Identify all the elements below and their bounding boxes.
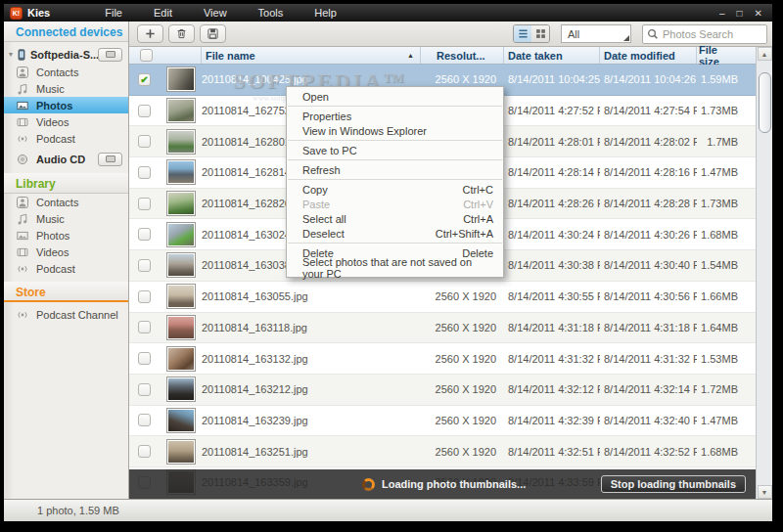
list-view-button[interactable] <box>514 25 531 42</box>
file-size: 1.47MB <box>697 166 756 178</box>
sidebar-item-label: Videos <box>36 116 69 128</box>
column-date-taken[interactable]: Date taken <box>504 47 600 64</box>
add-button[interactable] <box>137 24 163 43</box>
row-checkbox[interactable] <box>138 105 151 117</box>
date-modified: 8/14/2011 4:30:26 PM <box>600 229 697 241</box>
sidebar-item-label: Photos <box>36 230 69 242</box>
expander-icon[interactable]: ▼ <box>6 51 16 58</box>
maximize-button[interactable]: □ <box>737 8 743 19</box>
context-menu-item-properties[interactable]: Properties <box>287 109 503 123</box>
thumbnail-column-header[interactable] <box>160 47 202 64</box>
row-checkbox[interactable] <box>138 321 151 333</box>
photo-thumbnail <box>166 191 196 216</box>
row-checkbox[interactable] <box>138 414 151 426</box>
date-modified: 8/14/2011 10:04:26 AM <box>600 73 697 85</box>
sidebar-item-label: Videos <box>36 246 69 258</box>
search-input[interactable] <box>663 28 762 40</box>
sort-ascending-icon[interactable]: ▲ <box>407 52 414 59</box>
table-row[interactable]: 20110814_163251.jpg 2560 X 1920 8/14/201… <box>129 436 756 467</box>
table-row[interactable]: 20110814_163118.jpg 2560 X 1920 8/14/201… <box>129 313 756 344</box>
vertical-scrollbar[interactable]: ▲ ▼ <box>756 47 772 499</box>
scroll-down-icon[interactable]: ▼ <box>758 485 772 499</box>
context-menu-item-save-to-pc[interactable]: Save to PC <box>287 143 503 157</box>
photo-thumbnail <box>166 377 196 402</box>
save-to-pc-button[interactable] <box>200 24 226 43</box>
row-checkbox[interactable] <box>138 135 151 148</box>
delete-button[interactable] <box>168 24 195 43</box>
device-disconnect-button[interactable] <box>98 48 122 62</box>
photo-thumbnail <box>166 252 196 278</box>
row-checkbox[interactable] <box>138 290 151 303</box>
table-row[interactable]: 20110814_163132.jpg 2560 X 1920 8/14/201… <box>129 343 756 375</box>
toolbar: All <box>129 22 772 47</box>
context-menu-item-deselect[interactable]: DeselectCtrl+Shift+A <box>287 226 503 241</box>
table-row[interactable]: 20110814_163212.jpg 2560 X 1920 8/14/201… <box>129 375 756 406</box>
resolution: 2560 X 1920 <box>421 353 504 365</box>
minimize-button[interactable]: – <box>719 8 725 19</box>
column-resolution[interactable]: Resolut... <box>421 47 504 64</box>
row-checkbox[interactable] <box>138 445 151 458</box>
device-row[interactable]: ▼ Softpedia-S... <box>4 45 128 64</box>
row-checkbox[interactable] <box>138 352 151 365</box>
sidebar-item-podcast[interactable]: Podcast <box>4 130 128 147</box>
menu-file[interactable]: File <box>89 7 138 19</box>
file-size: 1.59MB <box>697 73 756 85</box>
row-checkbox[interactable] <box>138 228 151 241</box>
close-button[interactable]: ✕ <box>755 8 762 19</box>
context-menu-item-select-photos-not-saved[interactable]: Select photos that are not saved on your… <box>287 260 503 275</box>
sidebar-item-contacts[interactable]: Contacts <box>4 64 128 80</box>
column-file-size[interactable]: File size <box>697 47 756 64</box>
context-menu-item-open[interactable]: Open <box>287 89 503 104</box>
select-all-checkbox[interactable] <box>140 49 153 62</box>
file-name: 20110814_163251.jpg <box>202 446 421 458</box>
context-menu-item-select-all[interactable]: Select allCtrl+A <box>287 211 503 226</box>
file-name: 20110814_163055.jpg <box>202 290 421 302</box>
menu-tools[interactable]: Tools <box>243 7 299 19</box>
row-checkbox[interactable] <box>138 383 151 396</box>
file-size: 1.7MB <box>697 136 756 148</box>
sidebar-item-videos[interactable]: Videos <box>4 113 128 130</box>
row-checkbox[interactable] <box>138 259 151 272</box>
context-menu: Open Properties View in Windows Explorer… <box>286 86 504 278</box>
podcast-icon <box>16 263 29 275</box>
scroll-up-icon[interactable]: ▲ <box>758 47 772 61</box>
sidebar-item-label: Photos <box>36 100 72 111</box>
context-menu-item-copy[interactable]: CopyCtrl+C <box>287 182 503 197</box>
menu-edit[interactable]: Edit <box>138 7 188 19</box>
sidebar-item-audio-cd[interactable]: Audio CD <box>4 150 128 168</box>
sidebar-item-music[interactable]: Music <box>4 80 128 97</box>
sidebar-item-library-photos[interactable]: Photos <box>4 227 128 244</box>
kies-logo-icon: K! <box>10 7 23 20</box>
sidebar-item-library-podcast[interactable]: Podcast <box>4 260 128 277</box>
row-checkbox[interactable]: ✔ <box>138 73 151 86</box>
sidebar-item-library-videos[interactable]: Videos <box>4 244 128 260</box>
menu-view[interactable]: View <box>188 7 243 19</box>
context-menu-item-view-in-windows-explorer[interactable]: View in Windows Explorer <box>287 123 503 138</box>
date-modified: 8/14/2011 4:27:54 PM <box>600 105 697 116</box>
date-taken: 8/14/2011 4:30:55 PM <box>504 290 600 302</box>
search-box <box>642 24 767 44</box>
row-checkbox[interactable] <box>138 166 151 179</box>
column-date-modified[interactable]: Date modified <box>600 47 697 64</box>
audio-cd-button[interactable] <box>98 153 122 166</box>
context-menu-item-refresh[interactable]: Refresh <box>287 162 503 177</box>
menu-help[interactable]: Help <box>299 7 352 19</box>
table-row[interactable]: 20110814_163239.jpg 2560 X 1920 8/14/201… <box>129 406 756 437</box>
table-row[interactable]: 20110814_163055.jpg 2560 X 1920 8/14/201… <box>129 282 756 313</box>
stop-loading-thumbnails-button[interactable]: Stop loading thumbnails <box>601 475 746 493</box>
sidebar-item-library-music[interactable]: Music <box>4 210 128 227</box>
grid-view-button[interactable] <box>531 25 549 42</box>
row-checkbox[interactable] <box>138 198 151 210</box>
sidebar-item-library-contacts[interactable]: Contacts <box>4 194 128 210</box>
column-file-name[interactable]: File name ▲ <box>202 47 421 64</box>
scrollbar-thumb[interactable] <box>759 72 771 133</box>
filter-dropdown[interactable]: All <box>561 24 631 43</box>
sidebar: Connected devices ▼ Softpedia-S... Conta… <box>4 22 129 499</box>
sidebar-item-podcast-channel[interactable]: Podcast Channel <box>4 306 128 323</box>
menu-separator <box>288 243 502 244</box>
resolution: 2560 X 1920 <box>421 290 504 302</box>
sidebar-item-photos[interactable]: Photos <box>4 97 128 113</box>
file-name: 20110814_163212.jpg <box>202 383 421 395</box>
resolution: 2560 X 1920 <box>421 322 504 333</box>
resolution: 2560 X 1920 <box>421 383 504 395</box>
